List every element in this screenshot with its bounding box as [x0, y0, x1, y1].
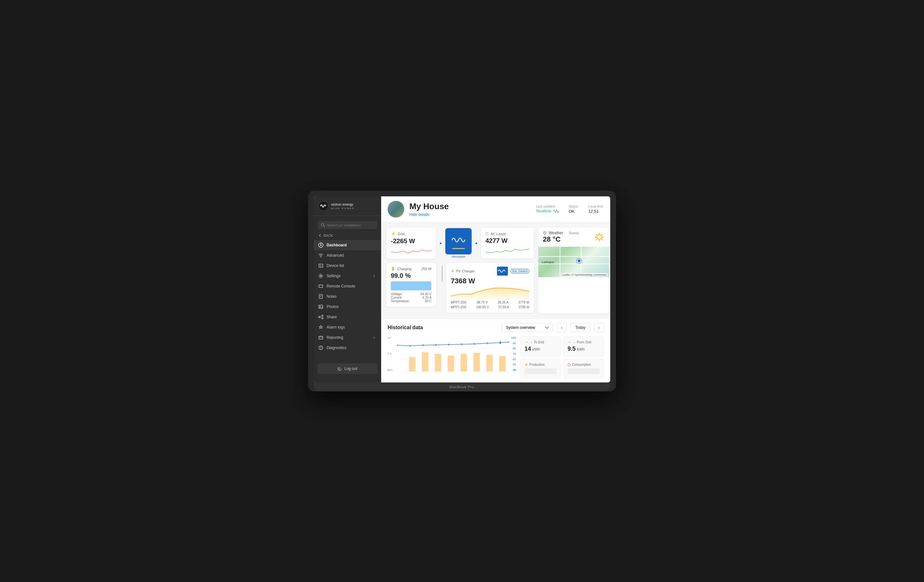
sidebar-item-remote-console[interactable]: Remote Console — [314, 281, 381, 291]
map-credit: Leaflet | © OpenStreetMap contributors — [561, 273, 608, 277]
svg-rect-48 — [422, 352, 428, 371]
alarm-logs-icon — [318, 325, 323, 330]
svg-point-57 — [422, 344, 424, 346]
photos-icon — [318, 304, 323, 309]
svg-rect-47 — [409, 357, 416, 371]
sidebar-item-device-list[interactable]: Device list — [314, 260, 381, 271]
weather-label: Weather — [549, 231, 563, 235]
advanced-icon — [318, 253, 323, 258]
svg-rect-50 — [447, 356, 454, 371]
sidebar-item-dashboard[interactable]: Dashboard — [314, 240, 381, 250]
svg-point-0 — [318, 201, 328, 211]
settings-plus-icon[interactable]: + — [371, 274, 377, 279]
svg-point-58 — [435, 344, 436, 346]
svg-point-56 — [409, 345, 411, 347]
dashboard-icon — [318, 242, 323, 248]
svg-point-28 — [320, 348, 321, 349]
svg-point-18 — [318, 317, 320, 318]
ac-loads-label: AC Loads — [490, 232, 506, 236]
map-area: Larkspur Leaflet | © OpenStreetMap contr… — [538, 247, 609, 277]
sidebar-item-diagnostics[interactable]: Diagnostics — [314, 343, 381, 353]
grid-value: -2265 W — [391, 237, 432, 245]
sidebar-item-settings[interactable]: Settings + — [314, 271, 381, 281]
inverter-logo-icon — [450, 233, 467, 247]
pv-value: 7368 W — [451, 277, 530, 285]
system-overview-select[interactable]: System overview — [502, 323, 553, 332]
today-button[interactable]: Today — [571, 323, 590, 332]
share-icon — [318, 315, 323, 320]
grid-to-inverter-connector — [440, 243, 441, 244]
sidebar-item-photos[interactable]: Photos — [314, 302, 381, 312]
svg-rect-22 — [319, 336, 323, 339]
sun-icon — [594, 232, 604, 242]
ac-loads-card: ⬡ AC Loads 4277 W — [481, 228, 534, 259]
svg-rect-12 — [319, 295, 322, 298]
weather-condition: Sunny — [569, 231, 579, 235]
svg-rect-10 — [319, 285, 323, 287]
logout-button[interactable]: Log out — [318, 363, 377, 374]
sidebar-item-reporting[interactable]: Reporting + — [314, 332, 381, 343]
sidebar-item-alarm-logs[interactable]: Alarm logs — [314, 322, 381, 332]
back-button[interactable]: BACK — [314, 232, 381, 240]
hide-details-link[interactable]: Hide details — [409, 213, 430, 217]
vertical-connector — [442, 266, 442, 282]
to-grid-value: 14 — [525, 346, 531, 352]
from-grid-card: → → From Grid 9.5 kWh — [563, 336, 604, 356]
sidebar-item-notes[interactable]: Notes — [314, 291, 381, 302]
installation-title: My House — [409, 201, 531, 211]
dashboard-content: ⚡ Grid -2265 W — [381, 223, 610, 318]
svg-line-42 — [596, 239, 597, 240]
prev-period-button[interactable]: ‹ — [557, 323, 567, 332]
main-content: My House Hide details Last updated: Real… — [381, 196, 610, 383]
local-time-label: Local time: — [588, 205, 604, 208]
settings-icon — [318, 274, 323, 279]
inverter-to-acloads-connector — [475, 243, 477, 244]
sidebar-item-share[interactable]: Share — [314, 312, 381, 322]
svg-rect-6 — [319, 264, 323, 267]
svg-rect-52 — [474, 353, 480, 371]
sidebar-item-advanced[interactable]: Advanced — [314, 250, 381, 260]
inverter-block: Absorption — [446, 228, 472, 258]
device-list-icon — [318, 263, 323, 268]
pv-mini-chart — [451, 287, 530, 299]
consumption-card: ⬡ Consumption — [563, 359, 604, 378]
charging-progress-bar — [391, 281, 432, 290]
page-header: My House Hide details Last updated: Real… — [381, 196, 610, 223]
historical-body: 10 7.5 5 kWh 100 90 80 70 60 50 40 — [381, 336, 610, 383]
grid-card: ⚡ Grid -2265 W — [386, 228, 436, 259]
header-meta: Last updated: Realtime Status: OK — [536, 205, 604, 214]
svg-point-34 — [597, 235, 602, 239]
ac-loads-icon: ⬡ — [485, 232, 488, 236]
svg-point-55 — [397, 344, 398, 346]
svg-point-33 — [544, 232, 545, 233]
ac-loads-value: 4277 W — [485, 237, 530, 244]
historical-chart: 10 7.5 5 kWh 100 90 80 70 60 50 40 — [388, 336, 516, 378]
logo-area: victron energy BLUE POWER — [314, 201, 381, 216]
back-arrow-icon — [318, 234, 322, 237]
pv-charger-card: ☀ PV Charger — [446, 263, 534, 313]
victron-logo-icon — [318, 201, 328, 211]
reporting-plus-icon[interactable]: + — [371, 335, 377, 340]
chevron-down-icon — [545, 326, 549, 329]
search-installation-box[interactable] — [318, 221, 377, 229]
svg-line-21 — [320, 317, 322, 318]
mppt-258-row: MPPT-258: 100.80 V 37.69 A 3799 W — [451, 305, 530, 309]
svg-point-63 — [500, 341, 501, 344]
to-grid-unit: kWh — [532, 347, 540, 352]
search-input[interactable] — [327, 223, 374, 227]
grid-icon: ⚡ — [391, 231, 396, 236]
svg-rect-53 — [487, 355, 493, 371]
charging-icon: 🔋 — [391, 267, 395, 271]
next-period-button[interactable]: › — [594, 323, 604, 332]
from-grid-value: 9.5 — [568, 346, 576, 352]
search-icon — [321, 223, 325, 227]
notes-icon — [318, 294, 323, 299]
production-card: ☀ Production — [520, 359, 561, 378]
charging-watts: 255 W — [421, 267, 432, 271]
map-pin — [577, 259, 581, 263]
from-grid-icon: → — [568, 340, 571, 344]
laptop-model-label: MacBook Pro — [314, 383, 610, 391]
installation-avatar — [388, 201, 404, 218]
weather-card: Weather Sunny 28 °C — [538, 228, 609, 313]
stats-cards: → → To Grid 14 kWh → → From Grid — [520, 336, 604, 378]
